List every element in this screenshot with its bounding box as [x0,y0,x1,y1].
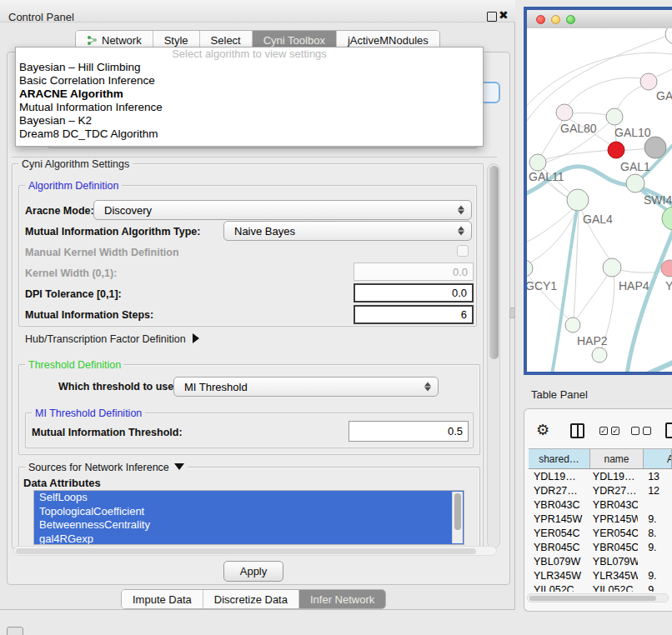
network-node-gal4[interactable] [567,189,589,211]
tab-label: Network [102,34,142,47]
deselect-all-columns-icon[interactable] [631,427,651,435]
node-label: GAL1 [620,160,650,173]
kernel-width-field[interactable]: 0.0 [354,262,474,281]
network-node-gal80[interactable] [556,104,573,121]
mi-type-select[interactable]: Naive Bayes [223,221,472,241]
mi-threshold-field[interactable]: 0.5 [349,421,469,442]
column-header[interactable]: A [644,449,672,468]
select-all-columns-icon[interactable]: ✓✓ [599,427,619,435]
sources-toggle[interactable]: Sources for Network Inference [25,462,188,473]
table-row[interactable]: YDR27…YDR27…12 [529,484,672,498]
table-row[interactable]: YLR345WYLR345W9. [529,569,672,583]
table-cell: 9. [638,512,672,527]
table-row[interactable]: YIL052CYIL052C9. [529,583,672,592]
algorithm-option[interactable]: Basic Correlation Inference [16,74,483,88]
close-traffic-light-icon[interactable] [536,15,545,24]
table-row[interactable]: YPR145WYPR145W9. [529,512,672,527]
manual-kernel-checkbox[interactable] [457,245,469,257]
table-horizontal-scrollbar[interactable] [527,593,669,602]
algorithm-option[interactable]: Dream8 DC_TDC Algorithm [16,128,483,141]
algorithm-option[interactable]: ARACNE Algorithm [16,88,483,101]
hub-definition-label: Hub/Transcription Factor Definition [25,333,186,345]
network-node-y[interactable] [661,260,672,277]
network-node-hap2[interactable] [565,318,580,332]
network-node[interactable] [665,28,672,44]
chevron-right-icon [193,333,199,343]
network-node-gcy1[interactable] [527,260,533,277]
table-row[interactable]: YBR045CYBR045C9. [529,541,672,555]
control-panel-title: Control Panel [8,11,74,23]
dpi-tolerance-field[interactable]: 0.0 [354,283,474,302]
aracne-mode-select[interactable]: Discovery [93,200,472,220]
table-body: YDL19…YDL19…13YDR27…YDR27…12YBR043CYBR04… [529,470,672,592]
hub-definition-toggle[interactable]: Hub/Transcription Factor Definition [25,333,199,345]
threshold-definition-title: Threshold Definition [25,359,124,371]
attribute-list-item[interactable]: TopologicalCoefficient [34,505,464,519]
table-row[interactable]: YBR043CYBR043C [529,498,672,512]
algorithm-option[interactable]: Bayesian – K2 [16,114,483,128]
splitpane-handle[interactable] [509,308,515,318]
network-node-gal11[interactable] [529,154,546,171]
close-icon[interactable]: ✖ [499,8,509,22]
split-columns-icon[interactable] [570,423,584,438]
tab-impute-data[interactable]: Impute Data [122,590,203,608]
column-header[interactable]: shared… [529,449,590,468]
table-row[interactable]: YBL079WYBL079W [529,555,672,569]
network-canvas[interactable]: GALGAL80GAL10GAL1GAL11SWI4GAL4GCY1HAP4YH… [527,28,672,372]
mi-type-value: Naive Bayes [234,225,295,238]
cyni-algorithm-settings-title: Cyni Algorithm Settings [18,158,133,170]
node-label: GAL80 [560,122,597,135]
algorithm-popup-placeholder: Select algorithm to view settings [16,48,483,61]
table-cell: YPR145W [586,512,638,527]
tab-discretize-data[interactable]: Discretize Data [203,590,299,608]
settings-vertical-scrollbar[interactable] [487,163,500,548]
table-cell: YLR345W [586,569,638,583]
stepper-icon [458,227,464,236]
table-cell: 9. [638,583,672,592]
which-threshold-select[interactable]: MI Threshold [173,377,439,397]
minimize-traffic-light-icon[interactable] [551,15,560,24]
tab-label: Select [211,34,241,47]
algorithm-dropdown-popup: Select algorithm to view settings Bayesi… [15,47,484,147]
node-label: HAP2 [577,334,608,348]
stepper-icon [458,206,464,215]
table-cell [638,555,672,569]
network-window-titlebar [527,10,672,29]
algorithm-option[interactable]: Bayesian – Hill Climbing [16,61,483,74]
aracne-mode-label: Aracne Mode: [25,205,94,217]
apply-button[interactable]: Apply [223,561,283,582]
table-cell: YLR345W [529,569,586,583]
tab-infer-network[interactable]: Infer Network [299,590,385,608]
network-node-hap4[interactable] [603,258,621,277]
bottom-tabs: Impute DataDiscretize DataInfer Network [121,589,386,609]
new-table-icon[interactable] [665,422,672,438]
table-cell: 9. [638,569,672,583]
float-panel-icon[interactable] [487,12,497,22]
list-scrollbar[interactable] [452,492,463,543]
network-node-gal[interactable] [640,73,657,90]
table-row[interactable]: YER054CYER054C8. [529,527,672,541]
algorithm-option[interactable]: Mutual Information Inference [16,101,483,114]
gear-icon[interactable]: ⚙ [536,421,549,439]
network-node-gal10[interactable] [606,108,623,125]
zoom-traffic-light-icon[interactable] [566,15,575,24]
screen: Control Panel ✖ NetworkStyleSelectCyni T… [0,0,672,635]
which-threshold-label: Which threshold to use: [58,381,177,392]
network-node-swi4[interactable] [626,174,644,192]
kernel-width-label: Kernel Width (0,1): [25,268,117,279]
mi-steps-field[interactable]: 6 [354,305,474,324]
manual-kernel-label: Manual Kernel Width Definition [25,247,179,258]
attribute-list-item[interactable]: BetweennessCentrality [34,518,464,532]
table-row[interactable]: YDL19…YDL19…13 [529,470,672,484]
network-node[interactable] [644,137,666,158]
column-header[interactable]: name [590,449,644,468]
attribute-list-item[interactable]: SelfLoops [34,491,464,505]
network-node[interactable] [592,348,607,362]
network-node-gal1[interactable] [608,142,624,158]
settings-horizontal-scrollbar[interactable] [13,546,497,556]
network-view-window: GALGAL80GAL10GAL1GAL11SWI4GAL4GCY1HAP4YH… [524,7,672,375]
attribute-list-item[interactable]: gal4RGexp [34,532,464,546]
data-attributes-list: SelfLoopsTopologicalCoefficientBetweenne… [33,490,464,545]
network-node[interactable] [662,207,672,230]
panel-corner-icon[interactable] [7,627,23,635]
